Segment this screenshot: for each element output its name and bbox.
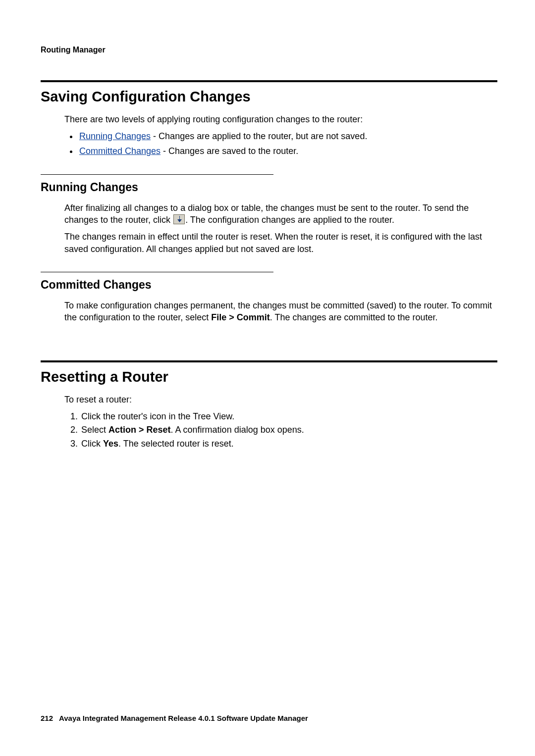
page-number: 212 <box>41 714 53 722</box>
step-1: Click the router's icon in the Tree View… <box>80 410 497 422</box>
button-yes-label: Yes <box>103 439 118 449</box>
heading-saving-config: Saving Configuration Changes <box>41 87 497 106</box>
committed-body: To make configuration changes permanent,… <box>41 300 497 324</box>
heading-running-changes: Running Changes <box>41 180 497 195</box>
spacer <box>41 329 497 352</box>
step-3b: . The selected router is reset. <box>118 439 234 449</box>
footer-title: Avaya Integrated Management Release 4.0.… <box>59 714 308 722</box>
step-2: Select Action > Reset. A confirmation di… <box>80 424 497 436</box>
subsection-rule <box>41 174 273 175</box>
document-page: Routing Manager Saving Configuration Cha… <box>0 0 535 756</box>
committed-p1: To make configuration changes permanent,… <box>64 300 497 324</box>
send-to-router-icon <box>173 214 185 224</box>
section-rule-2 <box>41 360 497 362</box>
heading-committed-changes: Committed Changes <box>41 277 497 293</box>
bullet-committed-rest: - Changes are saved to the router. <box>160 146 298 156</box>
saving-bullet-list: Running Changes - Changes are applied to… <box>41 130 497 157</box>
page-header: Routing Manager <box>41 45 497 55</box>
reset-body: To reset a router: <box>41 394 497 405</box>
reset-steps: Click the router's icon in the Tree View… <box>41 410 497 450</box>
step-2a: Select <box>81 425 108 435</box>
intro-block: There are two levels of applying routing… <box>41 113 497 125</box>
bullet-committed: Committed Changes - Changes are saved to… <box>78 145 497 157</box>
heading-resetting: Resetting a Router <box>41 367 497 387</box>
menu-file-commit: File > Commit <box>211 312 270 322</box>
bullet-running: Running Changes - Changes are applied to… <box>78 130 497 142</box>
reset-intro: To reset a router: <box>64 394 497 405</box>
running-p2: The changes remain in effect until the r… <box>64 231 497 255</box>
link-committed-changes[interactable]: Committed Changes <box>79 146 160 156</box>
section-rule <box>41 80 497 82</box>
page-footer: 212 Avaya Integrated Management Release … <box>41 713 308 723</box>
step-2b: . A confirmation dialog box opens. <box>171 425 304 435</box>
bullet-running-rest: - Changes are applied to the router, but… <box>151 131 367 141</box>
step-3: Click Yes. The selected router is reset. <box>80 438 497 450</box>
committed-p1b: . The changes are committed to the route… <box>270 312 438 322</box>
subsection-rule-2 <box>41 272 273 272</box>
link-running-changes[interactable]: Running Changes <box>79 131 151 141</box>
step-3a: Click <box>81 439 103 449</box>
running-p1: After finalizing all changes to a dialog… <box>64 202 497 226</box>
running-body: After finalizing all changes to a dialog… <box>41 202 497 255</box>
running-p1b: . The configuration changes are applied … <box>185 215 394 225</box>
saving-intro: There are two levels of applying routing… <box>64 113 497 125</box>
menu-action-reset: Action > Reset <box>108 425 171 435</box>
